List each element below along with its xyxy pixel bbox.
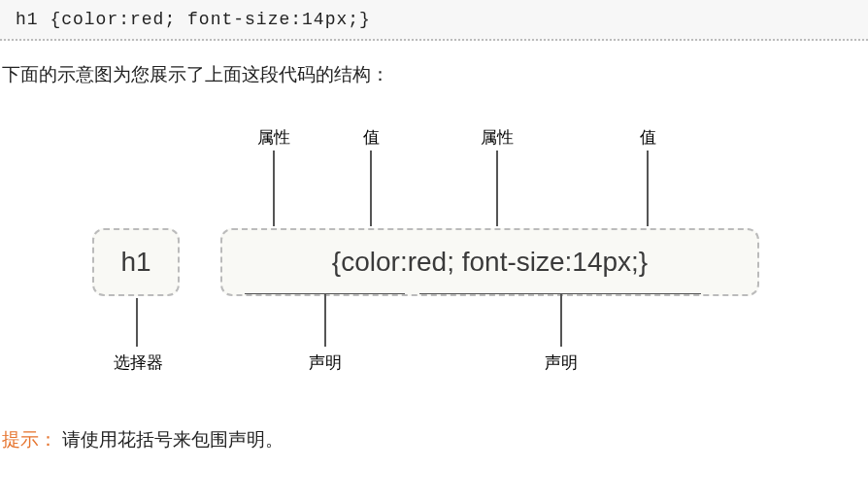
prop2-token: font-size xyxy=(462,247,565,278)
btick-decl2 xyxy=(560,294,562,347)
prop1-token: color xyxy=(341,247,400,278)
semi2: ; xyxy=(631,247,639,278)
label-value-1: 值 xyxy=(356,126,385,149)
semi1: ; xyxy=(447,247,454,278)
colon1: : xyxy=(400,247,408,278)
tick-val1 xyxy=(370,151,372,226)
brace-open: { xyxy=(332,247,341,278)
tip-text: 请使用花括号来包围声明。 xyxy=(62,429,284,450)
selector-box: h1 xyxy=(92,228,180,296)
selector-text: h1 xyxy=(120,247,150,278)
tick-prop2 xyxy=(496,151,498,226)
declaration-text: {color:red; font-size:14px;} xyxy=(332,247,648,278)
label-declaration-1: 声明 xyxy=(306,351,345,374)
brace-close: } xyxy=(639,247,648,278)
label-property-2: 属性 xyxy=(478,126,517,149)
colon2: : xyxy=(565,247,573,278)
label-selector: 选择器 xyxy=(109,351,167,374)
label-property-1: 属性 xyxy=(254,126,293,149)
code-block: h1 {color:red; font-size:14px;} xyxy=(0,0,868,41)
tip-row: 提示： 请使用花括号来包围声明。 xyxy=(0,418,868,472)
val2-token: 14px xyxy=(572,247,631,278)
css-structure-diagram: 属性 值 属性 值 h1 {color:red; font-size:14px;… xyxy=(55,126,813,398)
tick-prop1 xyxy=(273,151,275,226)
btick-selector xyxy=(136,298,138,347)
space xyxy=(454,247,462,278)
tip-label: 提示： xyxy=(2,429,57,450)
declaration-box: {color:red; font-size:14px;} xyxy=(220,228,759,296)
intro-text: 下面的示意图为您展示了上面这段代码的结构： xyxy=(0,41,868,97)
tick-val2 xyxy=(647,151,649,226)
btick-decl1 xyxy=(324,294,326,347)
val1-token: red xyxy=(408,247,447,278)
label-declaration-2: 声明 xyxy=(542,351,581,374)
label-value-2: 值 xyxy=(633,126,662,149)
